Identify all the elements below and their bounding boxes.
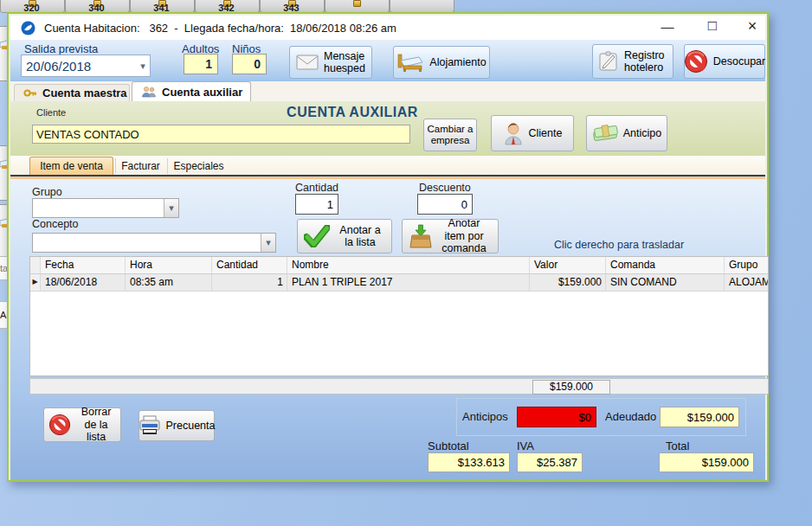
ninos-field[interactable]: 0 xyxy=(232,54,267,74)
desocupar-button[interactable]: Desocupar xyxy=(684,44,765,79)
bed-icon xyxy=(396,52,424,73)
cuenta-habitacion-window: Cuenta Habitacion: 362 - Llegada fecha/h… xyxy=(7,12,769,482)
cambiar-a-empresa-button[interactable]: Cambiar a empresa xyxy=(423,119,477,151)
descuento-field[interactable]: 0 xyxy=(417,194,473,215)
cell-cantidad: 1 xyxy=(212,274,287,291)
row-selector-icon: ▶ xyxy=(30,274,41,291)
key-icon xyxy=(353,0,361,7)
minimize-button[interactable]: — xyxy=(656,16,679,36)
cell-fecha: 18/06/2018 xyxy=(41,274,126,291)
registro-hotelero-label: Registro hotelero xyxy=(624,49,667,74)
table-header-row: Fecha Hora Cantidad Nombre Valor Comanda… xyxy=(30,257,768,274)
anotar-item-por-comanda-button[interactable]: Anotar item por comanda xyxy=(402,219,499,253)
sale-subtabs: Item de venta Facturar Especiales xyxy=(10,156,765,175)
anticipos-label: Anticipos xyxy=(462,410,508,423)
titlebar: Cuenta Habitacion: 362 - Llegada fecha/h… xyxy=(10,16,765,40)
window-title: Cuenta Habitacion: 362 - Llegada fecha/h… xyxy=(44,22,396,35)
cell-valor: $159.000 xyxy=(530,274,606,291)
table-row[interactable]: ▶ 18/06/2018 08:35 am 1 PLAN 1 TRIPLE 20… xyxy=(30,274,768,292)
col-comanda: Comanda xyxy=(606,257,725,273)
subtab-facturar[interactable]: Facturar xyxy=(115,158,165,174)
chevron-down-icon[interactable]: ▾ xyxy=(261,234,275,252)
col-valor: Valor xyxy=(530,257,606,273)
room-tab[interactable] xyxy=(390,0,454,13)
box-arrow-icon xyxy=(409,224,432,248)
cell-grupo: ALOJAMIE xyxy=(725,274,768,291)
borrar-de-la-lista-label: Borrar de la lista xyxy=(76,406,116,443)
printer-icon xyxy=(139,415,161,436)
cliente-input[interactable]: VENTAS CONTADO xyxy=(32,125,410,144)
chevron-down-icon[interactable]: ▾ xyxy=(164,199,178,217)
precuenta-button[interactable]: Precuenta xyxy=(139,410,215,441)
salida-prevista-combobox[interactable]: 20/06/2018 ▾ xyxy=(21,55,151,77)
subtab-item-de-venta[interactable]: Item de venta xyxy=(29,157,113,175)
total-label: Total xyxy=(666,439,689,452)
key-icon xyxy=(23,87,37,99)
concepto-label: Concepto xyxy=(32,218,79,230)
col-hora: Hora xyxy=(126,257,212,273)
cliente-button-label: Cliente xyxy=(529,127,563,139)
envelope-icon xyxy=(296,55,319,70)
anotar-a-la-lista-label: Anotar a la lista xyxy=(335,224,385,249)
items-table: Fecha Hora Cantidad Nombre Valor Comanda… xyxy=(29,256,769,376)
col-cantidad: Cantidad xyxy=(212,257,287,273)
tab-cuenta-auxiliar-label: Cuenta auxiliar xyxy=(162,86,242,99)
anotar-item-por-comanda-label: Anotar item por comanda xyxy=(437,217,491,254)
precuenta-label: Precuenta xyxy=(166,420,216,432)
registro-hotelero-button[interactable]: Registro hotelero xyxy=(592,44,673,79)
no-entry-icon xyxy=(684,49,708,74)
anotar-a-la-lista-button[interactable]: Anotar a la lista xyxy=(297,219,392,253)
traslado-hint: Clic derecho para trasladar xyxy=(554,239,684,251)
anticipo-button[interactable]: Anticipo xyxy=(586,115,667,151)
mensaje-huesped-label: Mensaje huesped xyxy=(324,50,365,75)
cambiar-a-empresa-label: Cambiar a empresa xyxy=(426,124,474,146)
money-icon xyxy=(592,124,618,143)
active-subtab-accent xyxy=(10,176,765,179)
people-icon xyxy=(141,86,157,99)
cuenta-auxiliar-panel: CUENTA AUXILIAR Cliente VENTAS CONTADO C… xyxy=(10,101,765,156)
app-icon xyxy=(21,21,35,35)
check-icon xyxy=(304,225,330,247)
screen: 320 340 341 342 343 xyxy=(0,0,812,526)
toolbar: Salida prevista 20/06/2018 ▾ Adultos 1 N… xyxy=(10,40,765,81)
iva-value: $25.387 xyxy=(517,452,583,472)
grupo-label: Grupo xyxy=(32,186,62,198)
grupo-combobox[interactable]: ▾ xyxy=(32,198,179,218)
col-grupo: Grupo xyxy=(725,257,768,273)
total-value: $159.000 xyxy=(659,452,754,472)
subtotal-value: $133.613 xyxy=(428,452,510,472)
mensaje-huesped-button[interactable]: Mensaje huesped xyxy=(289,46,372,79)
person-icon xyxy=(503,121,524,145)
maximize-button[interactable]: □ xyxy=(701,16,724,36)
cliente-label: Cliente xyxy=(36,107,66,118)
tab-cuenta-maestra-label: Cuenta maestra xyxy=(42,87,127,99)
subtotal-label: Subtotal xyxy=(428,439,469,452)
cell-comanda: SIN COMAND xyxy=(606,274,725,291)
anticipo-label: Anticipo xyxy=(623,127,661,139)
desocupar-label: Desocupar xyxy=(713,55,765,67)
salida-prevista-value: 20/06/2018 xyxy=(22,59,136,74)
cell-nombre: PLAN 1 TRIPLE 2017 xyxy=(287,274,530,291)
anticipos-value: $0 xyxy=(517,407,596,427)
chevron-down-icon[interactable]: ▾ xyxy=(136,61,150,72)
table-total-value: $159.000 xyxy=(532,380,610,394)
iva-label: IVA xyxy=(517,439,534,452)
adultos-field[interactable]: 1 xyxy=(184,54,218,74)
subtab-especiales[interactable]: Especiales xyxy=(167,158,229,174)
cliente-button[interactable]: Cliente xyxy=(491,115,574,151)
background-room-strip: 320 340 341 342 343 xyxy=(0,0,490,11)
concepto-combobox[interactable]: ▾ xyxy=(32,233,276,253)
cantidad-label: Cantidad xyxy=(295,182,338,194)
col-nombre: Nombre xyxy=(287,257,530,273)
alojamiento-label: Alojamiento xyxy=(429,56,486,68)
borrar-de-la-lista-button[interactable]: Borrar de la lista xyxy=(43,407,121,442)
no-entry-icon xyxy=(48,414,71,436)
close-button[interactable]: × xyxy=(741,16,764,36)
table-total-bar: $159.000 xyxy=(29,378,769,394)
alojamiento-button[interactable]: Alojamiento xyxy=(393,46,490,79)
adeudado-label: Adeudado xyxy=(605,410,656,423)
tab-cuenta-maestra[interactable]: Cuenta maestra xyxy=(14,84,130,101)
cantidad-field[interactable]: 1 xyxy=(295,194,338,215)
tab-cuenta-auxiliar[interactable]: Cuenta auxiliar xyxy=(132,81,251,101)
notepad-icon xyxy=(598,51,619,72)
